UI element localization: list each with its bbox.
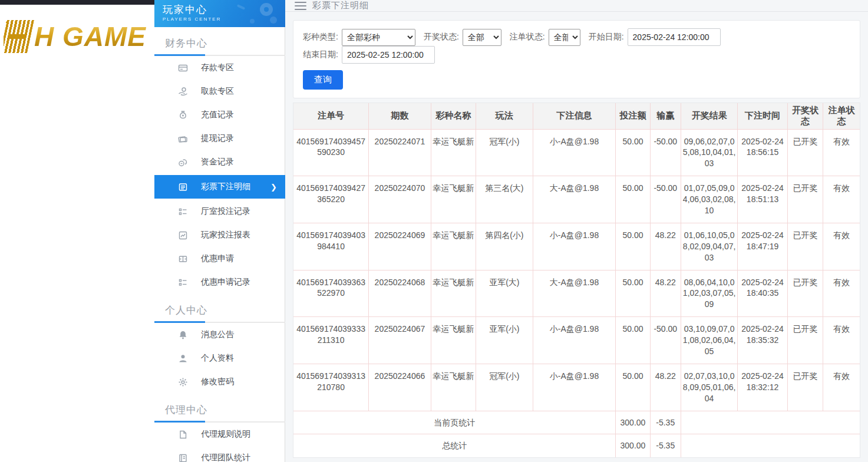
cell-draw-result: 09,06,02,07,05,08,10,04,01,03 <box>681 129 738 176</box>
bet-details-table: 注单号 期数 彩种名称 玩法 下注信息 投注额 输赢 开奖结果 下注时间 开奖状… <box>293 103 860 458</box>
cell-order-status: 有效 <box>823 317 860 364</box>
cell-order-number: 401569174039363522970 <box>293 270 369 317</box>
list-check-icon <box>178 207 188 217</box>
sidebar-item-lottery-bet-details[interactable]: 彩票下注明细 ❯ <box>154 175 285 199</box>
sidebar-item-label: 充值记录 <box>201 110 234 120</box>
section-title-agent: 代理中心 <box>154 394 285 423</box>
cell-play-type: 亚军(大) <box>476 270 533 317</box>
cell-bet-amount: 50.00 <box>616 364 650 411</box>
sidebar-item-withdrawal-records[interactable]: 提现记录 <box>154 127 285 150</box>
cell-bet-time: 2025-02-24 18:35:32 <box>738 317 787 364</box>
cell-period: 20250224070 <box>369 176 431 223</box>
sidebar-item-deposit-zone[interactable]: 存款专区 <box>154 56 285 80</box>
summary-label: 当前页统计 <box>293 411 616 434</box>
table-row: 401569174039313210780 20250224066 幸运飞艇新 … <box>293 364 860 411</box>
gear-icon <box>178 377 188 387</box>
sidebar-item-label: 取款专区 <box>201 86 234 97</box>
cell-win-loss: -50.00 <box>650 129 681 176</box>
cell-draw-status: 已开奖 <box>787 223 823 270</box>
coins-icon <box>178 157 188 167</box>
cell-draw-result: 02,07,03,10,08,09,05,01,06,04 <box>681 364 738 411</box>
cell-bet-info: 小-A盘@1.98 <box>533 223 616 270</box>
sidebar-item-label: 优惠申请记录 <box>201 277 250 288</box>
cell-win-loss: -50.00 <box>650 176 681 223</box>
table-header-row: 注单号 期数 彩种名称 玩法 下注信息 投注额 输赢 开奖结果 下注时间 开奖状… <box>293 103 860 129</box>
cell-order-number: 401569174039313210780 <box>293 364 369 411</box>
cell-bet-info: 大-A盘@1.98 <box>533 176 616 223</box>
cell-order-number: 401569174039403984410 <box>293 223 369 270</box>
sidebar-item-withdraw-zone[interactable]: 取款专区 <box>154 80 285 103</box>
logo-panel: H GAME <box>0 0 154 462</box>
cell-period: 20250224068 <box>369 270 431 317</box>
sidebar-item-label: 资金记录 <box>201 157 234 167</box>
draw-status-select[interactable]: 全部 <box>463 29 501 46</box>
cell-play-type: 亚军(小) <box>476 317 533 364</box>
cell-bet-amount: 50.00 <box>616 270 650 317</box>
cell-draw-status: 已开奖 <box>787 270 823 317</box>
lottery-type-select[interactable]: 全部彩种 <box>342 29 415 46</box>
cell-bet-amount: 50.00 <box>616 317 650 364</box>
document-icon <box>178 430 188 440</box>
summary-win-loss: -5.35 <box>650 411 681 434</box>
cell-draw-result: 08,06,04,10,01,02,03,07,05,09 <box>681 270 738 317</box>
cell-draw-status: 已开奖 <box>787 176 823 223</box>
cell-lottery-name: 幸运飞艇新 <box>431 364 476 411</box>
sidebar-item-agent-rules[interactable]: 代理规则说明 <box>154 423 285 446</box>
sidebar-item-label: 消息公告 <box>201 329 234 340</box>
col-order-status: 注单状态 <box>823 103 860 129</box>
main-area: 彩票下注明细 彩种类型: 全部彩种 开奖状态: 全部 注单状态: 全部 <box>285 0 868 462</box>
cell-draw-status: 已开奖 <box>787 129 823 176</box>
hh-monogram-icon <box>4 20 34 53</box>
hand-coin-icon <box>178 87 188 97</box>
sidebar: 玩家中心 PLAYERS CENTER 财务中心 存款专区 取款专区 充值记录 <box>154 0 285 462</box>
sidebar-item-player-bet-report[interactable]: 玩家投注报表 <box>154 223 285 247</box>
cell-bet-amount: 50.00 <box>616 176 650 223</box>
wallet-icon <box>178 134 188 144</box>
cell-bet-time: 2025-02-24 18:40:35 <box>738 270 787 317</box>
sidebar-item-label: 修改密码 <box>201 377 234 387</box>
cell-order-status: 有效 <box>823 223 860 270</box>
end-date-input[interactable] <box>342 46 435 64</box>
sidebar-item-label: 存款专区 <box>201 62 234 73</box>
start-date-input[interactable] <box>628 28 721 46</box>
sidebar-item-label: 代理规则说明 <box>201 429 250 440</box>
sidebar-item-label: 个人资料 <box>201 353 234 364</box>
sidebar-item-agent-team-stats[interactable]: 代理团队统计 <box>154 446 285 462</box>
cell-draw-status: 已开奖 <box>787 317 823 364</box>
page-summary-row: 当前页统计 300.00 -5.35 <box>293 411 860 434</box>
sidebar-item-promo-apply-records[interactable]: 优惠申请记录 <box>154 270 285 294</box>
sidebar-item-change-password[interactable]: 修改密码 <box>154 370 285 394</box>
cell-lottery-name: 幸运飞艇新 <box>431 270 476 317</box>
cell-bet-amount: 50.00 <box>616 223 650 270</box>
sidebar-item-announcements[interactable]: 消息公告 <box>154 323 285 346</box>
book-icon <box>178 453 188 462</box>
sidebar-item-fund-records[interactable]: 资金记录 <box>154 150 285 174</box>
cell-period: 20250224066 <box>369 364 431 411</box>
page: H GAME 玩家中心 PLAYERS CENTER 财务中心 存款专区 取款专… <box>0 0 868 462</box>
col-period: 期数 <box>369 103 431 129</box>
cell-win-loss: 48.22 <box>650 223 681 270</box>
cell-win-loss: 48.22 <box>650 364 681 411</box>
money-bag-icon <box>178 110 188 120</box>
chart-report-icon <box>178 230 188 240</box>
bell-icon <box>178 330 188 340</box>
col-order-number: 注单号 <box>293 103 369 129</box>
cell-bet-time: 2025-02-24 18:32:12 <box>738 364 787 411</box>
cell-win-loss: -50.00 <box>650 317 681 364</box>
cell-draw-result: 01,07,05,09,04,06,03,02,08,10 <box>681 176 738 223</box>
topbar: 彩票下注明细 <box>285 0 868 12</box>
col-lottery-name: 彩种名称 <box>431 103 476 129</box>
sidebar-item-profile[interactable]: 个人资料 <box>154 346 285 370</box>
cell-play-type: 第三名(大) <box>476 176 533 223</box>
col-bet-info: 下注信息 <box>533 103 616 129</box>
col-bet-amount: 投注额 <box>616 103 650 129</box>
cell-play-type: 冠军(小) <box>476 129 533 176</box>
order-status-select[interactable]: 全部 <box>549 29 580 46</box>
cell-order-status: 有效 <box>823 176 860 223</box>
sidebar-item-recharge-records[interactable]: 充值记录 <box>154 103 285 127</box>
search-button[interactable]: 查询 <box>303 70 343 90</box>
menu-toggle-icon[interactable] <box>295 2 306 10</box>
sidebar-item-hall-bet-records[interactable]: 厅室投注记录 <box>154 200 285 223</box>
sidebar-item-promo-apply[interactable]: 优惠申请 <box>154 247 285 270</box>
sidebar-item-label: 厅室投注记录 <box>201 206 250 217</box>
